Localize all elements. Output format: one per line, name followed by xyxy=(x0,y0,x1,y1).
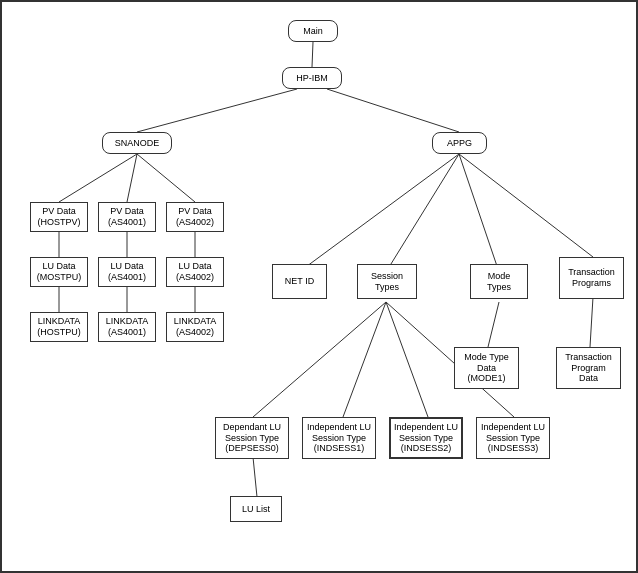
svg-line-4 xyxy=(127,154,137,202)
node-session-types: Session Types xyxy=(357,264,417,299)
node-link-hostpu: LINKDATA (HOSTPU) xyxy=(30,312,88,342)
node-link-as4002: LINKDATA (AS4002) xyxy=(166,312,224,342)
node-main: Main xyxy=(288,20,338,42)
svg-line-0 xyxy=(312,42,313,67)
svg-line-18 xyxy=(253,302,386,417)
node-ind-lu1: Independent LU Session Type (INDSESS1) xyxy=(302,417,376,459)
svg-line-1 xyxy=(137,89,297,132)
node-transaction-programs: Transaction Programs xyxy=(559,257,624,299)
node-lu-as4002: LU Data (AS4002) xyxy=(166,257,224,287)
svg-line-17 xyxy=(590,297,593,347)
svg-line-2 xyxy=(327,89,459,132)
svg-line-5 xyxy=(137,154,195,202)
svg-line-12 xyxy=(299,154,459,272)
diagram-container: Main HP-IBM SNANODE APPG PV Data (HOSTPV… xyxy=(0,0,638,573)
svg-line-14 xyxy=(459,154,499,272)
node-mode-type-data: Mode Type Data (MODE1) xyxy=(454,347,519,389)
svg-line-19 xyxy=(343,302,386,417)
node-transaction-program-data: Transaction Program Data xyxy=(556,347,621,389)
node-lu-list: LU List xyxy=(230,496,282,522)
svg-line-3 xyxy=(59,154,137,202)
node-lu-hostpu: LU Data (MOSTPU) xyxy=(30,257,88,287)
svg-line-16 xyxy=(488,302,499,347)
node-net-id: NET ID xyxy=(272,264,327,299)
node-pv-as4001: PV Data (AS4001) xyxy=(98,202,156,232)
node-lu-as4001: LU Data (AS4001) xyxy=(98,257,156,287)
node-appg: APPG xyxy=(432,132,487,154)
node-mode-types: Mode Types xyxy=(470,264,528,299)
node-pv-as4002: PV Data (AS4002) xyxy=(166,202,224,232)
node-pv-hostpv: PV Data (HOSTPV) xyxy=(30,202,88,232)
svg-line-20 xyxy=(386,302,428,417)
node-snanode: SNANODE xyxy=(102,132,172,154)
svg-line-15 xyxy=(459,154,593,257)
node-link-as4001: LINKDATA (AS4001) xyxy=(98,312,156,342)
svg-line-13 xyxy=(386,154,459,272)
node-ind-lu3: Independent LU Session Type (INDSESS3) xyxy=(476,417,550,459)
svg-line-22 xyxy=(253,457,257,497)
node-hp-ibm: HP-IBM xyxy=(282,67,342,89)
node-ind-lu2: Independent LU Session Type (INDSESS2) xyxy=(389,417,463,459)
node-dep-lu: Dependant LU Session Type (DEPSESS0) xyxy=(215,417,289,459)
